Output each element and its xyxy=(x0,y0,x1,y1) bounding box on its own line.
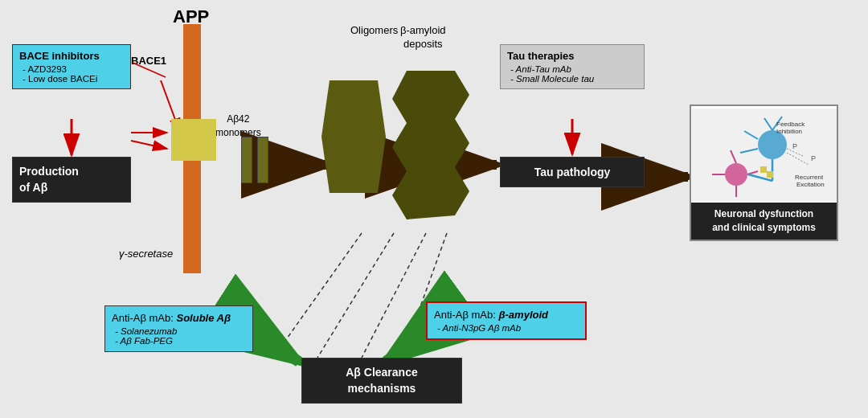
deposits-label: β-amyloid deposits xyxy=(400,24,446,51)
svg-text:P: P xyxy=(811,154,816,162)
neuro-diagram-svg: Feedback Inhibition Recurrent Excitation… xyxy=(692,109,837,201)
anti-ab-amyloid-prefix: Anti-Aβ mAb: xyxy=(434,309,496,321)
bace-box-item1: - AZD3293 xyxy=(23,64,124,74)
gamma-secretase-label: γ-secretase xyxy=(119,248,173,260)
anti-ab-amyloid-item1: - Anti-N3pG Aβ mAb xyxy=(437,323,579,333)
svg-text:Recurrent: Recurrent xyxy=(795,174,824,181)
oligomers-label: Oligomers xyxy=(350,24,398,36)
anti-ab-soluble-item2: - Aβ Fab-PEG xyxy=(115,336,246,346)
tau-therapies-box: Tau therapies - Anti-Tau mAb - Small Mol… xyxy=(500,44,645,89)
svg-line-18 xyxy=(256,334,299,362)
svg-line-16 xyxy=(362,233,426,358)
svg-point-28 xyxy=(725,163,747,186)
bace-box-title: BACE inhibitors xyxy=(19,50,124,62)
bace1-label: BACE1 xyxy=(131,55,166,67)
anti-ab-soluble-prefix: Anti-Aβ mAb: xyxy=(112,312,174,324)
production-line2: of Aβ xyxy=(19,181,47,194)
diagram-container: APP BACE1 BACE inhibitors - AZD3293 - Lo… xyxy=(0,0,868,418)
anti-ab-soluble-box: Anti-Aβ mAb: Soluble Aβ - Solanezumab - … xyxy=(104,305,253,352)
monomer-rect-2 xyxy=(257,137,268,183)
anti-ab-soluble-bold: Soluble Aβ xyxy=(176,312,231,324)
oligomer-svg xyxy=(321,80,386,193)
svg-rect-40 xyxy=(760,166,767,173)
neuro-label-text: Neuronal dysfunction and clinical sympto… xyxy=(712,208,816,233)
anti-ab-amyloid-box: Anti-Aβ mAb: β-amyloid - Anti-N3pG Aβ mA… xyxy=(426,301,587,340)
clearance-line1: Aβ Clearance xyxy=(346,366,417,379)
app-yellow-block xyxy=(171,119,216,161)
neuronal-dysfunction-box: Feedback Inhibition Recurrent Excitation… xyxy=(690,104,838,241)
svg-text:P: P xyxy=(792,142,797,150)
abeta-monomers-label: Aβ42 monomers xyxy=(215,113,261,140)
svg-marker-21 xyxy=(392,71,469,219)
production-line1: Production xyxy=(19,165,79,178)
abeta-label-text: Aβ42 monomers xyxy=(215,113,261,138)
svg-line-14 xyxy=(273,233,362,358)
svg-text:Feedback: Feedback xyxy=(776,121,805,128)
clearance-line2: mechanisms xyxy=(348,382,416,395)
svg-rect-39 xyxy=(767,171,773,178)
monomer-rects xyxy=(241,137,268,183)
svg-text:Inhibition: Inhibition xyxy=(776,128,802,135)
svg-line-8 xyxy=(131,141,167,149)
bace-inhibitors-box: BACE inhibitors - AZD3293 - Low dose BAC… xyxy=(12,44,131,89)
production-box: Production of Aβ xyxy=(12,157,131,203)
svg-marker-20 xyxy=(321,80,386,193)
tau-pathology-box: Tau pathology xyxy=(500,157,645,187)
svg-text:Excitation: Excitation xyxy=(796,181,825,188)
deposits-label-text: β-amyloid deposits xyxy=(400,24,446,50)
anti-ab-soluble-item1: - Solanezumab xyxy=(115,326,246,336)
svg-line-15 xyxy=(317,233,394,358)
anti-ab-soluble-title: Anti-Aβ mAb: Soluble Aβ xyxy=(112,312,246,324)
neuro-dysfunction-label: Neuronal dysfunction and clinical sympto… xyxy=(691,203,837,240)
tau-therapies-title: Tau therapies xyxy=(507,50,637,62)
bace-box-item2: - Low dose BACEi xyxy=(23,74,124,84)
clearance-box: Aβ Clearance mechanisms xyxy=(301,358,462,404)
amyloid-svg xyxy=(392,71,469,219)
anti-ab-amyloid-bold: β-amyloid xyxy=(498,309,548,321)
monomer-rect-1 xyxy=(241,137,252,183)
neuro-diagram: Feedback Inhibition Recurrent Excitation… xyxy=(691,106,837,203)
anti-ab-amyloid-title: Anti-Aβ mAb: β-amyloid xyxy=(434,309,579,321)
tau-therapies-item2: - Small Molecule tau xyxy=(510,74,637,84)
tau-therapies-item1: - Anti-Tau mAb xyxy=(510,64,637,74)
